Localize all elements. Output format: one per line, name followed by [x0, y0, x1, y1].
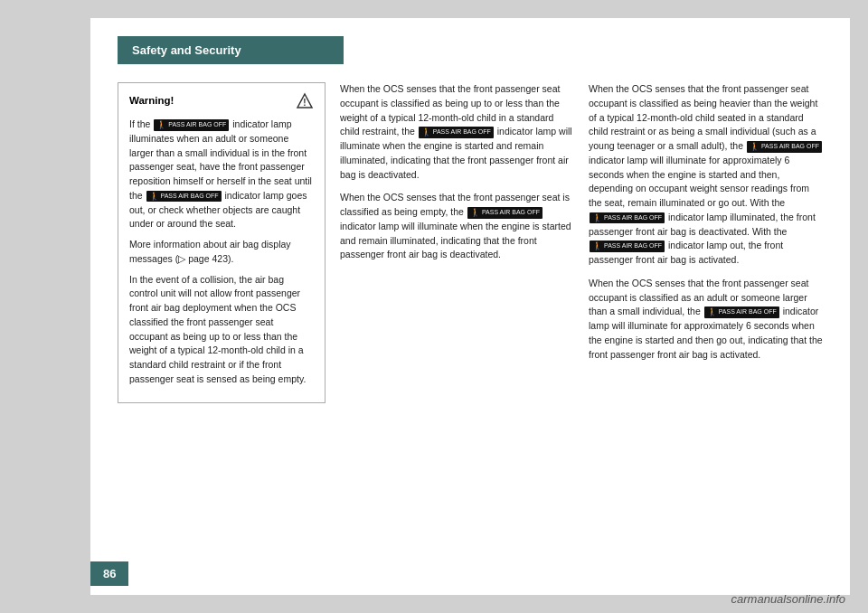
warning-para-1: If the 🚶PASS AIR BAG OFF indicator lamp …: [129, 118, 314, 231]
pass-airbag-badge-right-2: 🚶PASS AIR BAG OFF: [590, 212, 665, 224]
badge-text-mid-1: PASS AIR BAG OFF: [433, 128, 491, 136]
watermark: carmanualsonline.info: [731, 592, 845, 606]
person-icon-mid-2: 🚶: [470, 208, 480, 218]
pass-airbag-badge-right-4: 🚶PASS AIR BAG OFF: [704, 306, 779, 318]
badge-text-right-2: PASS AIR BAG OFF: [604, 214, 662, 222]
warning-box: Warning! ! If the 🚶PASS AIR BAG OFF indi…: [118, 82, 326, 403]
page-content: Safety and Security Warning! ! If the 🚶P…: [90, 18, 850, 595]
person-icon-right-3: 🚶: [592, 241, 602, 251]
badge-text-2: PASS AIR BAG OFF: [161, 193, 219, 200]
warning-para-2: More information about air bag display m…: [129, 238, 314, 267]
pass-airbag-badge-mid-1: 🚶PASS AIR BAG OFF: [419, 127, 494, 138]
pass-airbag-badge-1: 🚶PASS AIR BAG OFF: [154, 119, 229, 131]
warning-title: Warning!: [129, 93, 174, 108]
warning-header: Warning! !: [129, 92, 314, 110]
person-icon-mid-1: 🚶: [421, 127, 431, 137]
right-column: When the OCS senses that the front passe…: [589, 82, 823, 371]
person-icon-2: 🚶: [149, 192, 159, 202]
content-columns: Warning! ! If the 🚶PASS AIR BAG OFF indi…: [118, 82, 823, 403]
middle-para-1: When the OCS senses that the front passe…: [340, 82, 574, 182]
section-header: Safety and Security: [118, 36, 344, 64]
svg-text:!: !: [303, 98, 306, 108]
badge-text-right-3: PASS AIR BAG OFF: [604, 242, 662, 250]
pass-airbag-badge-right-1: 🚶PASS AIR BAG OFF: [747, 141, 822, 153]
warning-triangle-icon: !: [296, 92, 314, 110]
page-number: 86: [90, 561, 128, 586]
badge-text-1: PASS AIR BAG OFF: [168, 121, 226, 128]
pass-airbag-badge-2: 🚶PASS AIR BAG OFF: [146, 191, 222, 203]
section-title: Safety and Security: [132, 43, 241, 57]
pass-airbag-badge-right-3: 🚶PASS AIR BAG OFF: [590, 240, 665, 252]
person-icon-right-1: 🚶: [750, 142, 760, 152]
middle-column: When the OCS senses that the front passe…: [340, 82, 574, 271]
right-para-1: When the OCS senses that the front passe…: [589, 82, 823, 268]
badge-text-right-1: PASS AIR BAG OFF: [761, 143, 819, 150]
person-icon-right-2: 🚶: [592, 213, 602, 223]
right-para-2: When the OCS senses that the front passe…: [589, 277, 823, 363]
person-icon-right-4: 🚶: [707, 307, 717, 317]
pass-airbag-badge-mid-2: 🚶PASS AIR BAG OFF: [467, 207, 542, 219]
warning-para-3: In the event of a collision, the air bag…: [129, 273, 314, 387]
badge-text-right-4: PASS AIR BAG OFF: [719, 308, 777, 316]
person-icon-1: 🚶: [156, 120, 166, 130]
badge-text-mid-2: PASS AIR BAG OFF: [482, 209, 540, 216]
middle-para-2: When the OCS senses that the front passe…: [340, 191, 574, 262]
